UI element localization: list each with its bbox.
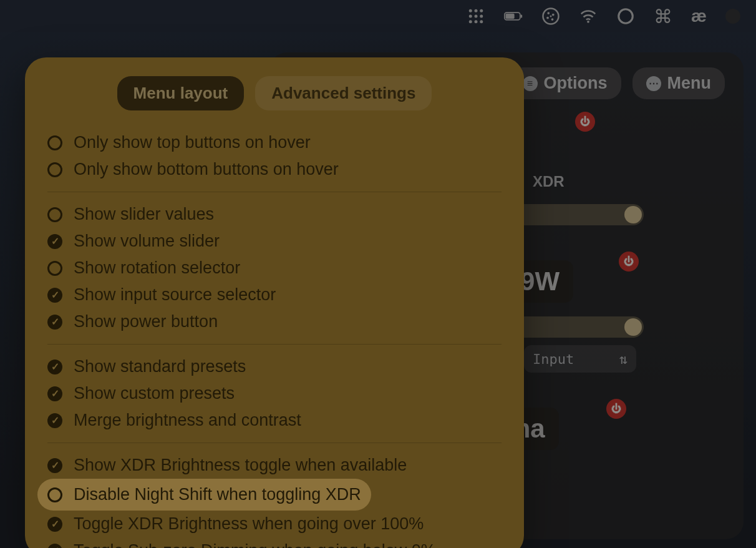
option-row[interactable]: ✓Show standard presets (47, 353, 502, 380)
chevron-updown-icon: ⇅ (619, 351, 628, 367)
separator (47, 192, 502, 192)
svg-point-16 (551, 18, 554, 21)
option-row[interactable]: ✓Show power button (47, 308, 502, 335)
input-label: Input (533, 351, 574, 367)
option-label: Disable Night Shift when toggling XDR (74, 485, 361, 504)
svg-point-1 (475, 9, 478, 12)
svg-point-3 (469, 15, 472, 18)
option-row[interactable]: Disable Night Shift when toggling XDR (37, 479, 371, 511)
option-label: Show XDR Brightness toggle when availabl… (74, 456, 407, 475)
option-row[interactable]: ✓Merge brightness and contrast (47, 407, 502, 434)
options-button[interactable]: ≡ Options (509, 67, 621, 99)
input-source-dropdown[interactable]: Input ⇅ (524, 345, 636, 373)
svg-point-13 (547, 12, 550, 14)
checkbox-off-icon[interactable] (47, 487, 62, 502)
options-list: Only show top buttons on hoverOnly show … (25, 129, 524, 548)
svg-point-6 (469, 20, 472, 23)
option-label: Show custom presets (74, 384, 235, 403)
menu-label: Menu (667, 74, 712, 93)
option-label: Only show bottom buttons on hover (74, 160, 339, 179)
power-icon[interactable]: ⏻ (575, 112, 595, 132)
svg-point-8 (480, 20, 483, 23)
separator (47, 443, 502, 443)
option-label: Show volume slider (74, 232, 220, 251)
svg-point-4 (475, 15, 478, 18)
battery-icon[interactable] (504, 7, 523, 26)
display-sub: XDR (533, 173, 725, 190)
svg-rect-11 (521, 15, 523, 18)
checkbox-off-icon[interactable] (47, 261, 62, 276)
svg-point-0 (469, 9, 472, 12)
checkbox-off-icon[interactable] (47, 207, 62, 222)
option-row[interactable]: ✓Toggle XDR Brightness when going over 1… (47, 511, 502, 537)
checkbox-on-icon[interactable]: ✓ (47, 360, 62, 374)
checkbox-on-icon[interactable]: ✓ (47, 544, 62, 549)
svg-point-2 (480, 9, 483, 12)
command-icon[interactable]: ⌘ (654, 6, 672, 27)
option-row[interactable]: Only show bottom buttons on hover (47, 156, 502, 183)
option-label: Show rotation selector (74, 258, 240, 278)
option-label: Toggle XDR Brightness when going over 10… (74, 514, 424, 534)
svg-point-19 (619, 9, 633, 24)
option-row[interactable]: ✓Toggle Sub-zero Dimming when going belo… (47, 537, 502, 548)
circle-icon[interactable] (616, 7, 635, 26)
tab-row: Menu layout Advanced settings (25, 76, 524, 110)
options-popover: Menu layout Advanced settings Only show … (25, 57, 524, 548)
svg-rect-10 (506, 14, 515, 19)
options-icon: ≡ (523, 76, 538, 91)
svg-point-15 (546, 17, 549, 19)
option-label: Show standard presets (74, 357, 246, 376)
option-label: Toggle Sub-zero Dimming when going below… (74, 541, 436, 548)
checkbox-on-icon[interactable]: ✓ (47, 315, 62, 330)
menu-icon: ⋯ (646, 76, 661, 91)
checkbox-on-icon[interactable]: ✓ (47, 517, 62, 532)
checkbox-on-icon[interactable]: ✓ (47, 234, 62, 249)
checkbox-on-icon[interactable]: ✓ (47, 458, 62, 473)
option-row[interactable]: ✓Show custom presets (47, 380, 502, 407)
option-row[interactable]: Only show top buttons on hover (47, 129, 502, 156)
checkbox-on-icon[interactable]: ✓ (47, 386, 62, 401)
option-label: Show input source selector (74, 285, 276, 305)
menu-button[interactable]: ⋯ Menu (632, 67, 725, 99)
tab-menu-layout[interactable]: Menu layout (117, 76, 245, 110)
tab-advanced-settings[interactable]: Advanced settings (255, 76, 432, 110)
ae-icon[interactable]: æ (691, 6, 707, 26)
option-label: Only show top buttons on hover (74, 133, 311, 152)
menubar: ⌘ æ (0, 0, 756, 32)
svg-point-14 (552, 14, 555, 16)
option-row[interactable]: ✓Show volume slider (47, 228, 502, 255)
checkbox-on-icon[interactable]: ✓ (47, 413, 62, 428)
checkbox-off-icon[interactable] (47, 162, 62, 177)
option-row[interactable]: ✓Show input source selector (47, 281, 502, 308)
option-row[interactable]: Show slider values (47, 201, 502, 228)
option-row[interactable]: Show rotation selector (47, 255, 502, 281)
option-row[interactable]: ✓Show XDR Brightness toggle when availab… (47, 452, 502, 479)
cookie-icon[interactable] (541, 7, 560, 26)
checkbox-off-icon[interactable] (47, 135, 62, 150)
power-icon[interactable]: ⏻ (606, 399, 626, 419)
svg-point-7 (475, 20, 478, 23)
power-icon[interactable]: ⏻ (619, 252, 639, 272)
separator (47, 344, 502, 345)
option-label: Show power button (74, 312, 218, 331)
checkbox-on-icon[interactable]: ✓ (47, 288, 62, 303)
wifi-icon[interactable] (579, 7, 598, 26)
option-label: Show slider values (74, 205, 214, 224)
avatar-icon[interactable] (725, 9, 740, 24)
options-label: Options (544, 74, 608, 93)
grid-icon[interactable] (467, 7, 485, 26)
svg-point-18 (587, 21, 589, 23)
svg-point-17 (550, 16, 552, 17)
option-label: Merge brightness and contrast (74, 411, 301, 430)
svg-point-5 (480, 15, 483, 18)
